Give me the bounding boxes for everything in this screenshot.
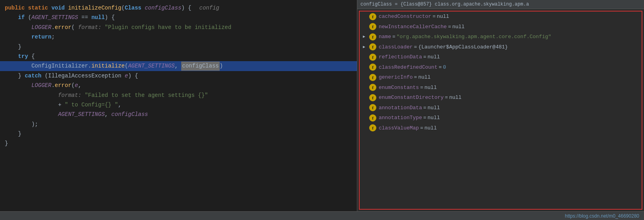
code-line-8: } catch ( IllegalAccessException e ) {: [0, 71, 357, 81]
paren-open: (: [121, 4, 125, 12]
debug-field-classRedefinedCount: f classRedefinedCount = 0: [360, 62, 642, 73]
field-icon-11: f: [369, 114, 376, 122]
closing-brace: }: [5, 139, 8, 148]
dot2: .: [88, 62, 91, 70]
method-name: initializeConfig: [68, 4, 121, 12]
eq-null: ==: [78, 13, 92, 22]
expand-icon-4[interactable]: ▶: [363, 44, 369, 50]
agent-settings-var: AGENT_SETTINGS: [31, 13, 78, 22]
expand-icon-3[interactable]: ▶: [363, 34, 369, 40]
field-val-3: "org.apache.skywalking.apm.agent.core.co…: [397, 33, 551, 41]
field-icon-1: f: [369, 13, 376, 20]
paren2: (: [71, 23, 78, 32]
debug-header: configClass = {Class@857} class.org.apac…: [357, 0, 644, 9]
field-val-11: null: [427, 114, 440, 122]
debug-field-classValueMap: f classValueMap = null: [360, 123, 642, 133]
field-name-8: enumConstants: [379, 84, 419, 92]
code-line-14: }: [0, 129, 357, 139]
field-name-7: genericInfo: [379, 73, 413, 81]
dot1: .: [52, 23, 55, 32]
code-line-6: try {: [0, 52, 357, 61]
keyword-public: public: [5, 4, 28, 12]
code-line-2: if ( AGENT_SETTINGS == null ) {: [0, 13, 357, 22]
debug-field-name: ▶ f name = "org.apache.skywalking.apm.ag…: [360, 32, 642, 42]
code-line-12: AGENT_SETTINGS , configClass: [0, 110, 357, 119]
configClass2: configClass: [111, 110, 148, 119]
keyword-void: void: [52, 4, 68, 12]
field-eq-3: =: [392, 33, 395, 41]
field-name-10: annotationData: [379, 104, 422, 112]
field-eq-7: =: [414, 73, 417, 81]
field-val-7: null: [418, 73, 431, 81]
field-icon-3: f: [369, 33, 376, 41]
code-line-5: }: [0, 42, 357, 52]
field-eq-11: =: [423, 114, 426, 122]
logger2: LOGGER: [31, 81, 51, 90]
keyword-if: if: [18, 13, 28, 22]
field-val-12: null: [424, 124, 437, 132]
space: [141, 4, 144, 12]
param-configClass: configClass: [145, 4, 181, 12]
indent10: [5, 91, 58, 100]
debug-field-cachedConstructor: f cachedConstructor = null: [360, 12, 642, 22]
error-method: error: [55, 23, 71, 32]
paren6: (: [71, 81, 75, 90]
format-label: format:: [78, 23, 105, 32]
indent12: [5, 110, 58, 119]
field-name-9: enumConstantDirectory: [379, 94, 444, 102]
debug-field-enumConstants: f enumConstants = null: [360, 83, 642, 93]
brace2: {: [31, 52, 34, 61]
field-eq-4: =: [414, 43, 417, 51]
debug-header-text: configClass = {Class@857} class.org.apac…: [360, 2, 529, 7]
field-icon-6: f: [369, 64, 376, 71]
code-line-15: }: [0, 139, 357, 148]
format-label2: format:: [58, 91, 84, 100]
code-line-9: LOGGER . error ( e ,: [0, 81, 357, 90]
indent4: [5, 33, 31, 41]
keyword-try: try: [18, 52, 32, 61]
field-val-2: null: [452, 23, 464, 31]
field-name-2: newInstanceCallerCache: [379, 23, 447, 31]
e-var: e: [125, 71, 128, 80]
indent14: }: [5, 129, 21, 138]
config-hint: config: [199, 4, 219, 12]
field-val-1: null: [437, 13, 449, 21]
field-eq-2: =: [448, 23, 451, 31]
class-keyword: Class: [125, 4, 141, 12]
field-val-4: {Launcher$AppClassLoader@481}: [418, 43, 508, 51]
field-name-3: name: [379, 33, 391, 41]
indent3: [5, 23, 31, 32]
debug-field-classLoader: ▶ f classLoader = {Launcher$AppClassLoad…: [360, 42, 642, 52]
indent8: }: [5, 71, 25, 80]
comma3: ,: [118, 100, 121, 109]
field-icon-12: f: [369, 124, 376, 131]
field-icon-2: f: [369, 23, 376, 30]
indent5: }: [5, 42, 21, 51]
indent11: +: [5, 100, 65, 109]
field-eq-12: =: [420, 124, 423, 132]
field-val-10: null: [427, 104, 440, 112]
field-icon-4: f: [369, 43, 376, 50]
code-line-7: ConfigInitializer . initialize ( AGENT_S…: [0, 61, 357, 71]
field-name-4: classLoader: [379, 43, 413, 51]
comma: ,: [175, 62, 182, 70]
exception-class: IllegalAccessException: [48, 71, 121, 80]
dot3: .: [52, 81, 55, 90]
field-val-6: 0: [443, 64, 446, 71]
code-line-4: return ;: [0, 32, 357, 42]
keyword-catch: catch: [25, 71, 44, 80]
code-line-3: LOGGER . error ( format: "Plugin configs…: [0, 23, 357, 32]
field-icon-7: f: [369, 74, 376, 81]
configClass-highlighted: configClass: [181, 62, 219, 70]
code-line-1: public static void initializeConfig ( Cl…: [0, 3, 357, 13]
code-panel: public static void initializeConfig ( Cl…: [0, 0, 357, 211]
semicolon: ;: [52, 33, 55, 41]
status-url: https://blog.csdn.net/m0_46690280: [565, 213, 639, 219]
debug-field-enumConstantDirectory: f enumConstantDirectory = null: [360, 93, 642, 103]
code-line-11: + " to Config={} " ,: [0, 100, 357, 110]
field-eq-9: =: [445, 94, 448, 102]
indent6: [5, 52, 18, 61]
field-icon-10: f: [369, 104, 376, 111]
field-name-1: cachedConstructor: [379, 13, 431, 21]
debug-content[interactable]: f cachedConstructor = null f newInstance…: [359, 11, 642, 210]
